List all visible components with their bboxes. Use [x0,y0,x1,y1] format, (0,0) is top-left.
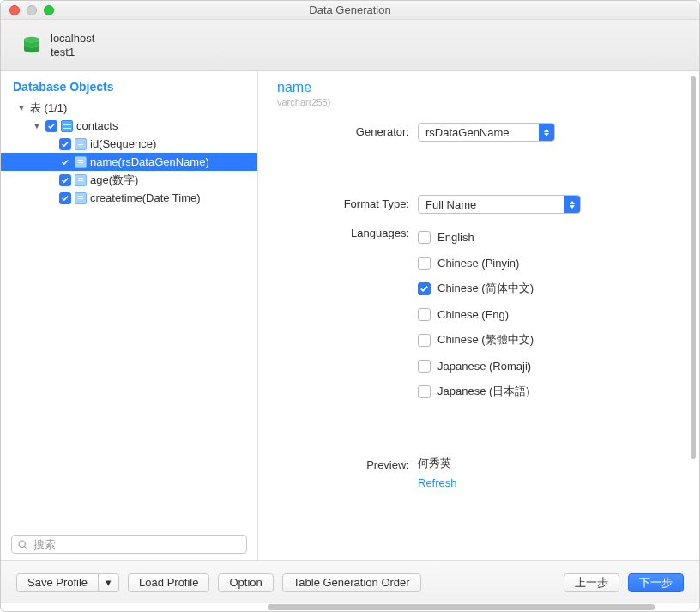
tree-root[interactable]: ▼ 表 (1/1) [1,99,257,117]
tree-column[interactable]: age(数字) [1,171,257,189]
tree-column[interactable]: name(rsDataGenName) [1,153,257,171]
schema-label: test1 [51,45,94,59]
save-profile-dropdown[interactable]: ▾ [99,573,119,592]
table-generation-order-button[interactable]: Table Generation Order [282,573,421,592]
checkbox-unchecked-icon[interactable] [418,231,431,244]
language-option[interactable]: Chinese (简体中文) [418,276,677,301]
checkbox-unchecked-icon[interactable] [418,385,431,398]
detail-panel: name varchar(255) Generator: rsDataGenNa… [258,71,699,560]
table-icon [61,120,73,132]
tree-column[interactable]: createtime(Date Time) [1,189,257,207]
language-label: Chinese (繁體中文) [438,332,534,348]
option-button[interactable]: Option [218,573,273,592]
checkbox-checked-icon[interactable] [59,192,71,204]
column-icon [75,174,87,186]
window-title: Data Generation [1,3,699,16]
checkbox-unchecked-icon[interactable] [418,360,431,373]
svg-line-2 [25,546,27,548]
tree-column-label: createtime(Date Time) [90,191,201,204]
search-field[interactable] [33,538,241,551]
tree-root-label: 表 (1/1) [30,100,67,116]
save-profile-button[interactable]: Save Profile [16,573,99,592]
search-icon [17,539,28,550]
vertical-scrollbar[interactable] [691,76,696,555]
language-option[interactable]: Chinese (Pinyin) [418,250,677,276]
format-label: Format Type: [277,195,418,210]
language-label: Chinese (简体中文) [438,281,534,296]
field-title: name [277,80,677,95]
languages-list: English Chinese (Pinyin) Chinese (简体中文) … [418,224,677,404]
save-profile-split-button[interactable]: Save Profile ▾ [16,573,119,592]
language-label: Japanese (Romaji) [438,360,531,373]
tree-column-label: name(rsDataGenName) [90,155,209,168]
language-label: Chinese (Eng) [438,308,509,321]
sidebar: Database Objects ▼ 表 (1/1) ▼ contacts id… [1,71,258,560]
host-label: localhost [51,32,94,45]
connection-header: localhost test1 [1,20,699,71]
field-datatype: varchar(255) [277,97,677,107]
window-titlebar: Data Generation [1,1,699,20]
object-tree[interactable]: ▼ 表 (1/1) ▼ contacts id(Sequence) nam [1,99,257,530]
language-label: Chinese (Pinyin) [438,257,519,270]
checkbox-checked-icon[interactable] [418,282,431,295]
tree-column[interactable]: id(Sequence) [1,135,257,153]
tree-column-label: id(Sequence) [90,137,156,150]
tree-column-label: age(数字) [90,173,138,188]
checkbox-checked-icon[interactable] [45,120,57,132]
load-profile-button[interactable]: Load Profile [128,573,209,592]
checkbox-unchecked-icon[interactable] [418,257,431,270]
checkbox-checked-icon[interactable] [59,156,71,168]
language-option[interactable]: Chinese (繁體中文) [418,327,677,353]
language-option[interactable]: Chinese (Eng) [418,301,677,327]
sidebar-title: Database Objects [1,80,257,99]
search-input[interactable] [11,535,247,554]
stepper-arrows-icon [539,124,554,141]
next-button[interactable]: 下一步 [628,573,684,592]
language-label: Japanese (日本語) [438,384,530,399]
svg-point-1 [19,541,25,547]
tree-table[interactable]: ▼ contacts [1,117,257,135]
generator-value: rsDataGenName [419,126,539,139]
column-icon [75,156,87,168]
previous-button[interactable]: 上一步 [564,573,619,592]
database-icon [21,35,42,56]
checkbox-checked-icon[interactable] [59,138,71,150]
generator-select[interactable]: rsDataGenName [418,123,555,142]
language-label: English [438,231,474,244]
format-value: Full Name [419,198,564,211]
svg-point-0 [24,36,39,41]
generator-label: Generator: [277,123,418,138]
checkbox-checked-icon[interactable] [59,174,71,186]
checkbox-unchecked-icon[interactable] [418,308,431,321]
language-option[interactable]: English [418,224,677,250]
tree-table-label: contacts [76,119,118,132]
footer-toolbar: Save Profile ▾ Load Profile Option Table… [1,560,699,603]
chevron-down-icon[interactable]: ▼ [32,121,42,131]
column-icon [75,192,87,204]
stepper-arrows-icon [564,196,580,213]
chevron-down-icon[interactable]: ▼ [16,103,27,113]
chevron-down-icon: ▾ [106,576,112,589]
languages-label: Languages: [277,224,418,239]
language-option[interactable]: Japanese (Romaji) [418,353,677,379]
column-icon [75,138,87,150]
language-option[interactable]: Japanese (日本語) [418,379,677,404]
main-split: Database Objects ▼ 表 (1/1) ▼ contacts id… [1,71,699,560]
preview-value: 何秀英 [418,456,677,471]
refresh-link[interactable]: Refresh [418,476,677,489]
format-select[interactable]: Full Name [418,195,581,214]
checkbox-unchecked-icon[interactable] [418,334,431,347]
horizontal-scrollbar[interactable] [268,604,688,610]
preview-label: Preview: [277,456,418,471]
